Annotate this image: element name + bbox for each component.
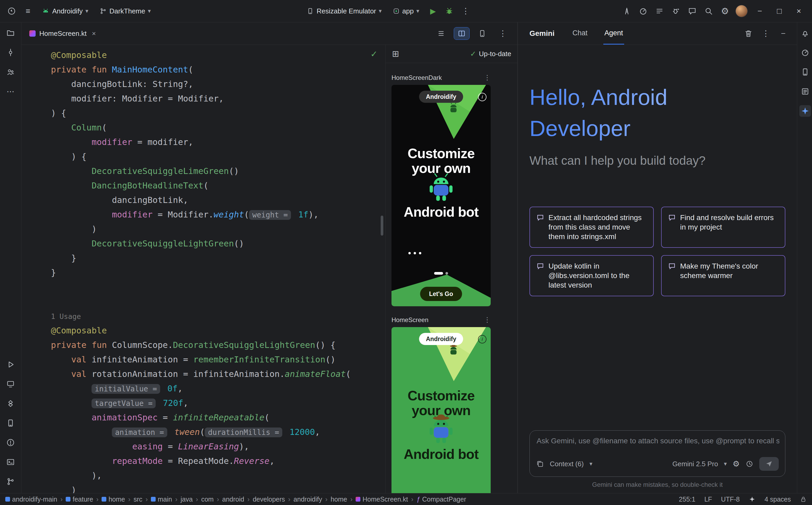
code-line[interactable]: animation = tween(durationMillis = 12000…	[51, 425, 385, 440]
file-encoding[interactable]: UTF-8	[721, 496, 740, 503]
notifications-bell-icon[interactable]	[799, 27, 811, 39]
preview-layout-grid-icon[interactable]: ⊞	[392, 49, 399, 58]
debug-button[interactable]	[444, 5, 455, 17]
feedback-icon[interactable]	[686, 5, 698, 17]
suggestion-card[interactable]: Update kotlin in @libs.version.toml to t…	[530, 255, 654, 296]
commit-icon[interactable]	[5, 47, 16, 58]
project-selector[interactable]: Androidify ▾	[38, 5, 92, 17]
code-line[interactable]: dancingBotLink: String?,	[51, 77, 385, 92]
breadcrumb-item[interactable]: home	[102, 496, 125, 503]
code-line[interactable]: animationSpec = infiniteRepeatable(	[51, 410, 385, 425]
vcs-branch-selector[interactable]: DarkTheme ▾	[96, 5, 154, 17]
gemini-prompt-input[interactable]	[536, 437, 780, 446]
preview-homescreen-light[interactable]: Androidify i Customize your own	[391, 327, 491, 493]
code-line[interactable]: @Composable	[51, 48, 385, 62]
breadcrumb-item[interactable]: ƒCompactPager	[417, 496, 466, 503]
code-line[interactable]: ) {	[51, 106, 385, 121]
more-tool-windows-icon[interactable]: ⋯	[5, 86, 16, 97]
more-actions-icon[interactable]: ⋮	[460, 5, 471, 17]
model-selector[interactable]: Gemini 2.5 Pro	[673, 460, 718, 468]
main-menu-icon[interactable]: ≡	[22, 5, 34, 17]
code-line[interactable]: )	[51, 222, 385, 236]
window-maximize-button[interactable]: □	[772, 4, 787, 18]
whats-new-icon[interactable]	[799, 86, 811, 97]
split-view-icon[interactable]	[454, 27, 469, 39]
code-line[interactable]: ) {	[51, 149, 385, 164]
problems-icon[interactable]	[5, 437, 16, 448]
tab-chat[interactable]: Chat	[571, 22, 589, 44]
profiler-icon[interactable]	[637, 5, 649, 17]
inspections-ok-icon[interactable]: ✓	[370, 49, 377, 59]
settings-gear-icon[interactable]: ⚙	[719, 5, 731, 17]
window-minimize-button[interactable]: −	[752, 4, 767, 18]
send-button[interactable]	[759, 457, 779, 471]
context-selector[interactable]: Context (6)	[550, 460, 584, 468]
device-mirroring-icon[interactable]	[621, 5, 632, 17]
breadcrumb-item[interactable]: src	[133, 496, 142, 503]
lock-icon[interactable]	[800, 496, 807, 503]
run-button[interactable]: ▶	[427, 5, 439, 17]
tab-homescreen-kt[interactable]: HomeScreen.kt ×	[21, 22, 104, 44]
device-manager-icon[interactable]	[5, 417, 16, 429]
info-icon[interactable]: i	[478, 335, 486, 343]
code-line[interactable]: DecorativeSquiggleLightGreen()	[51, 236, 385, 251]
hide-panel-icon[interactable]: −	[778, 28, 789, 39]
history-icon[interactable]	[745, 460, 753, 468]
run-configuration-selector[interactable]: app ▾	[390, 5, 422, 17]
code-line[interactable]: repeatMode = RepeatMode.Reverse,	[51, 454, 385, 468]
terminal-icon[interactable]	[5, 456, 16, 468]
code-line[interactable]: DecorativeSquiggleLimeGreen()	[51, 164, 385, 178]
preview-options-icon[interactable]: ⋮	[484, 316, 491, 324]
code-line[interactable]	[51, 294, 385, 309]
code-line[interactable]: dancingBotLink,	[51, 193, 385, 207]
suggestion-card[interactable]: Extract all hardcoded strings from this …	[530, 207, 654, 248]
profiler-tool-icon[interactable]	[799, 47, 811, 58]
code-line[interactable]: val infiniteAnimation = rememberInfinite…	[51, 352, 385, 367]
breadcrumb-item[interactable]: HomeScreen.kt	[356, 496, 408, 503]
tab-close-icon[interactable]: ×	[90, 29, 97, 38]
gemini-settings-icon[interactable]: ⚙	[732, 460, 740, 468]
preview-canvas[interactable]: HomeScreenDark ⋮	[386, 63, 517, 493]
breadcrumb-item[interactable]: developers	[253, 496, 285, 503]
app-insights-icon[interactable]	[670, 5, 682, 17]
breadcrumb-item[interactable]: com	[201, 496, 214, 503]
breadcrumb-item[interactable]: home	[331, 496, 347, 503]
running-devices-icon[interactable]	[5, 378, 16, 390]
breadcrumb-item[interactable]: androidify	[294, 496, 322, 503]
code-line[interactable]	[51, 280, 385, 294]
clear-chat-trash-icon[interactable]	[742, 28, 754, 39]
code-line[interactable]: modifier: Modifier = Modifier,	[51, 92, 385, 106]
code-line[interactable]: ),	[51, 468, 385, 483]
user-avatar[interactable]	[735, 5, 747, 17]
code-line[interactable]: targetValue = 720f,	[51, 396, 385, 410]
suggestion-card[interactable]: Find and resolve build errors in my proj…	[661, 207, 785, 248]
code-line[interactable]: Column(	[51, 121, 385, 135]
code-line[interactable]: private fun MainHomeContent(	[51, 62, 385, 77]
code-editor[interactable]: @Composableprivate fun MainHomeContent( …	[21, 45, 385, 493]
suggestion-card[interactable]: Make my Theme's color scheme warmer	[661, 255, 785, 296]
ai-status-icon[interactable]	[749, 496, 756, 503]
breadcrumb-item[interactable]: java	[181, 496, 193, 503]
code-line[interactable]: initialValue = 0f,	[51, 381, 385, 396]
build-variants-icon[interactable]	[5, 398, 16, 409]
breadcrumb-item[interactable]: feature	[66, 496, 93, 503]
code-line[interactable]: DancingBotHeadlineText(	[51, 178, 385, 193]
editor-options-icon[interactable]: ⋮	[495, 27, 510, 39]
project-folder-icon[interactable]	[5, 27, 16, 39]
code-line[interactable]: 1 Usage	[51, 309, 385, 323]
code-line[interactable]: )	[51, 483, 385, 493]
lets-go-button[interactable]: Let's Go	[420, 287, 462, 301]
breadcrumb-item[interactable]: android	[222, 496, 244, 503]
code-line[interactable]: modifier = Modifier.weight(weight = 1f),	[51, 207, 385, 222]
preview-options-icon[interactable]: ⋮	[484, 73, 491, 82]
code-line[interactable]: modifier = modifier,	[51, 135, 385, 149]
gemini-options-icon[interactable]: ⋮	[760, 28, 772, 39]
device-explorer-icon[interactable]	[799, 66, 811, 78]
code-line[interactable]: val rotationAnimation = infiniteAnimatio…	[51, 367, 385, 381]
code-view-icon[interactable]	[434, 27, 449, 39]
indent-setting[interactable]: 4 spaces	[765, 496, 791, 503]
code-line[interactable]: easing = LinearEasing),	[51, 440, 385, 454]
window-close-button[interactable]: ×	[791, 4, 806, 18]
logcat-icon[interactable]	[654, 5, 665, 17]
version-control-icon[interactable]	[5, 476, 16, 487]
